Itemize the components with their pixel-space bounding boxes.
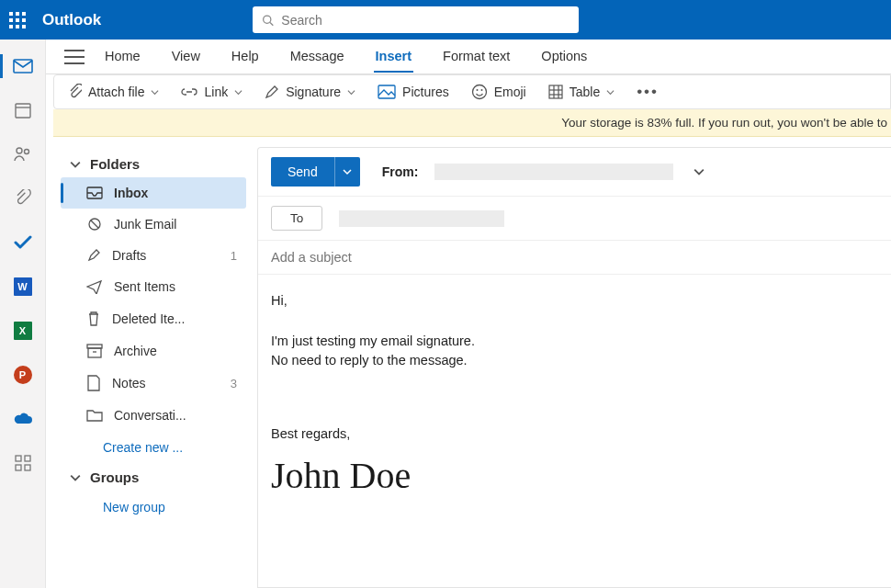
folder-notes[interactable]: Notes 3 — [61, 367, 246, 400]
folder-label: Notes — [112, 376, 146, 390]
tab-options[interactable]: Options — [539, 41, 589, 73]
emoji-button[interactable]: Emoji — [471, 84, 526, 100]
search-icon — [262, 14, 274, 27]
attach-file-button[interactable]: Attach file — [67, 84, 159, 100]
body-line: No need to reply to the message. — [271, 351, 878, 371]
to-button[interactable]: To — [271, 206, 322, 231]
emoji-label: Emoji — [494, 85, 526, 99]
draft-icon — [86, 248, 101, 263]
search-box[interactable] — [253, 6, 579, 33]
svg-point-5 — [17, 148, 22, 153]
svg-rect-11 — [378, 85, 395, 98]
trash-icon — [86, 311, 101, 327]
chevron-down-icon — [347, 88, 355, 96]
svg-rect-8 — [25, 456, 30, 461]
folder-conversation-history[interactable]: Conversati... — [61, 400, 246, 431]
junk-icon — [86, 217, 103, 232]
table-button[interactable]: Table — [548, 85, 615, 99]
groups-header-label: Groups — [90, 469, 139, 485]
create-folder-link[interactable]: Create new ... — [61, 431, 246, 464]
pictures-button[interactable]: Pictures — [378, 85, 449, 99]
signature-name: John Doe — [271, 448, 878, 503]
emoji-icon — [471, 84, 488, 100]
rail-todo[interactable] — [11, 232, 35, 253]
svg-rect-9 — [16, 465, 21, 470]
signature-button[interactable]: Signature — [265, 85, 355, 99]
table-label: Table — [570, 85, 600, 99]
svg-rect-10 — [25, 465, 30, 470]
body-regards: Best regards, — [271, 424, 878, 445]
svg-point-6 — [24, 150, 28, 154]
chevron-down-icon — [151, 88, 159, 96]
svg-rect-15 — [549, 85, 562, 98]
attachment-icon — [15, 189, 31, 208]
message-body[interactable]: Hi, I'm just testing my email signature.… — [258, 275, 891, 520]
tab-format-text[interactable]: Format text — [441, 41, 512, 73]
rail-people[interactable] — [11, 144, 35, 164]
folder-label: Inbox — [114, 186, 148, 200]
folder-label: Drafts — [112, 248, 146, 263]
tab-message[interactable]: Message — [288, 41, 346, 73]
folders-header-label: Folders — [90, 156, 140, 172]
nav-toggle-icon[interactable] — [64, 50, 85, 64]
chevron-down-icon[interactable] — [694, 166, 705, 177]
svg-point-12 — [472, 85, 486, 99]
tab-help[interactable]: Help — [230, 41, 261, 73]
rail-mail[interactable] — [11, 56, 35, 76]
link-button[interactable]: Link — [181, 85, 242, 99]
rail-powerpoint[interactable]: P — [11, 365, 35, 385]
to-address-redacted[interactable] — [339, 210, 504, 227]
chevron-down-icon — [343, 167, 352, 176]
storage-warning-banner: Your storage is 83% full. If you run out… — [53, 109, 891, 137]
calendar-icon — [14, 101, 32, 119]
rail-more-apps[interactable] — [11, 453, 35, 473]
subject-input[interactable] — [271, 250, 878, 265]
folder-label: Sent Items — [114, 279, 175, 294]
svg-rect-2 — [14, 60, 32, 73]
folder-badge: 3 — [231, 377, 237, 390]
rail-calendar[interactable] — [11, 100, 35, 120]
folder-drafts[interactable]: Drafts 1 — [61, 240, 246, 271]
ribbon: Attach file Link Signature Pictures Emoj… — [53, 74, 891, 109]
svg-rect-3 — [16, 104, 30, 118]
folder-junk[interactable]: Junk Email — [61, 209, 246, 240]
rail-word[interactable]: W — [11, 277, 35, 297]
folder-label: Archive — [114, 344, 157, 358]
new-group-link[interactable]: New group — [61, 491, 246, 524]
rail-excel[interactable]: X — [11, 321, 35, 341]
from-label: From: — [382, 164, 419, 179]
pictures-label: Pictures — [402, 85, 449, 99]
send-from-row: Send From: — [258, 148, 891, 197]
picture-icon — [378, 85, 396, 99]
folder-inbox[interactable]: Inbox — [61, 177, 246, 209]
search-input[interactable] — [281, 13, 570, 28]
body-greeting: Hi, — [271, 291, 878, 311]
tab-insert[interactable]: Insert — [374, 41, 414, 73]
attach-file-label: Attach file — [88, 85, 144, 99]
ribbon-overflow-button[interactable]: ••• — [637, 83, 659, 101]
archive-icon — [86, 344, 103, 358]
tab-home[interactable]: Home — [103, 41, 142, 73]
svg-point-0 — [264, 16, 271, 23]
app-launcher-icon[interactable] — [9, 12, 26, 28]
folder-deleted[interactable]: Deleted Ite... — [61, 302, 246, 335]
svg-point-14 — [480, 89, 482, 91]
folder-pane: Folders Inbox Junk Email Drafts 1 Sent I… — [53, 143, 254, 588]
send-options-button[interactable] — [334, 157, 360, 187]
folders-section-header[interactable]: Folders — [61, 151, 246, 177]
tab-view[interactable]: View — [170, 41, 202, 73]
cloud-icon — [12, 412, 34, 426]
compose-pane: Send From: To Hi, I'm just testing my em… — [257, 147, 891, 588]
folder-badge: 1 — [231, 249, 237, 263]
paperclip-icon — [67, 84, 82, 100]
subject-row — [258, 241, 891, 275]
folder-archive[interactable]: Archive — [61, 335, 246, 367]
send-button[interactable]: Send — [271, 157, 334, 187]
rail-onedrive[interactable] — [11, 409, 35, 429]
rail-files[interactable] — [11, 188, 35, 209]
groups-section-header[interactable]: Groups — [61, 464, 246, 491]
chevron-down-icon — [70, 159, 81, 170]
folder-icon — [86, 409, 103, 422]
from-address-redacted[interactable] — [434, 164, 673, 180]
folder-sent[interactable]: Sent Items — [61, 271, 246, 302]
